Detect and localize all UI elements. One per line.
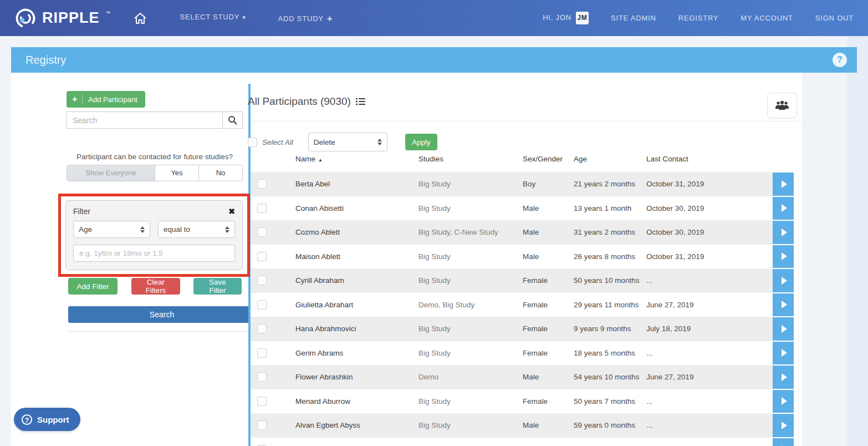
participant-age: 13 years 1 month: [574, 196, 631, 221]
participant-sex: Male: [523, 365, 539, 389]
participant-sex: Female: [523, 293, 548, 317]
chevron-right-icon: [782, 277, 787, 285]
participant-last-contact: ...: [646, 413, 652, 438]
toggle-no[interactable]: No: [198, 165, 242, 181]
table-row: Conan Abisetti Big Study Male 13 years 1…: [251, 196, 794, 221]
contact-question-label: Participant can be contacted for future …: [67, 153, 243, 161]
participant-name: Berta Abel: [295, 172, 330, 196]
add-study-menu[interactable]: ADD STUDY+: [278, 13, 333, 24]
participant-age: 59 years 0 months: [574, 413, 635, 438]
participant-studies: Big Study: [418, 438, 451, 446]
open-participant-button[interactable]: [773, 317, 794, 341]
chevron-right-icon: [782, 252, 787, 260]
open-participant-button[interactable]: [773, 414, 794, 437]
open-participant-button[interactable]: [773, 366, 794, 389]
chevron-right-icon: [782, 301, 787, 308]
participant-name: Cyrill Abraham: [295, 268, 344, 293]
participant-sex: Female: [523, 341, 548, 366]
open-participant-button[interactable]: [773, 221, 794, 244]
row-checkbox[interactable]: [257, 227, 267, 237]
filter-value-input[interactable]: [73, 245, 235, 262]
open-participant-button[interactable]: [773, 197, 794, 220]
toggle-yes[interactable]: Yes: [155, 165, 198, 181]
participant-sex: Female: [523, 268, 548, 293]
participant-sex: Male: [523, 220, 539, 245]
list-view-icon[interactable]: [356, 98, 365, 105]
table-row: Hana Abrahmovici Big Study Female 9 year…: [251, 317, 794, 341]
column-header-sex[interactable]: Sex/Gender: [523, 155, 563, 163]
list-title-row: All Participants (9030): [248, 95, 365, 108]
ripple-logo[interactable]: RIPPLE™: [14, 7, 110, 29]
row-checkbox[interactable]: [257, 300, 267, 310]
nav-my-account[interactable]: MY ACCOUNT: [741, 14, 793, 22]
participant-studies: Big Study: [418, 341, 451, 366]
row-checkbox[interactable]: [257, 420, 267, 430]
row-checkbox[interactable]: [257, 204, 267, 213]
support-button[interactable]: ? Support: [14, 408, 80, 431]
filter-field-select[interactable]: Age: [73, 221, 150, 238]
table-header: Name▲ Studies Sex/Gender Age Last Contac…: [251, 155, 794, 170]
open-participant-button[interactable]: [773, 245, 794, 268]
filter-operator-select[interactable]: equal to: [158, 221, 235, 238]
table-row: Gerim Abrams Big Study Female 18 years 5…: [251, 341, 794, 366]
participant-last-contact: June 27, 2019: [646, 365, 694, 389]
row-checkbox[interactable]: [257, 179, 267, 189]
add-filter-button[interactable]: Add Filter: [68, 278, 118, 295]
participant-age: 9 years 9 months: [574, 317, 631, 341]
caret-down-icon: ▾: [242, 14, 246, 21]
select-all-checkbox[interactable]: [248, 138, 257, 147]
participants-count-title: All Participants (9030): [248, 95, 351, 108]
select-study-menu[interactable]: SELECT STUDY▾: [180, 13, 246, 24]
row-checkbox[interactable]: [257, 276, 267, 285]
search-submit-button[interactable]: [222, 112, 243, 129]
participant-studies: Big Study: [418, 317, 451, 341]
row-checkbox[interactable]: [257, 252, 267, 261]
table-row: Maison Ablett Big Study Male 26 years 8 …: [251, 245, 794, 269]
add-participant-button[interactable]: + Add Participant: [67, 91, 145, 108]
save-filter-button[interactable]: Save Filter: [193, 278, 242, 295]
table-row: Cozmo Ablett Big Study, C-New Study Male…: [251, 220, 794, 245]
open-participant-button[interactable]: [773, 438, 794, 446]
clear-filters-button[interactable]: Clear Filters: [131, 278, 180, 295]
row-checkbox[interactable]: [257, 372, 267, 382]
participant-name: Alvan Egbert Abyss: [295, 413, 360, 438]
home-button[interactable]: [134, 12, 147, 24]
group-view-button[interactable]: [767, 93, 797, 118]
column-header-contact[interactable]: Last Contact: [646, 155, 688, 163]
title-underline: [252, 121, 802, 121]
bulk-actions-row: Select All Delete Apply: [248, 133, 437, 151]
open-participant-button[interactable]: [773, 390, 794, 413]
support-label: Support: [37, 415, 69, 424]
participant-name: Giulietta Abrahart: [295, 293, 353, 317]
participant-last-contact: June 27, 2019: [646, 293, 694, 317]
nav-registry[interactable]: REGISTRY: [678, 14, 719, 22]
participant-studies: Big Study: [418, 196, 451, 221]
row-checkbox[interactable]: [257, 348, 267, 358]
bulk-action-select[interactable]: Delete: [308, 133, 387, 151]
close-icon[interactable]: ✖: [228, 207, 235, 216]
search-icon: [228, 115, 237, 125]
apply-button[interactable]: Apply: [405, 134, 437, 150]
participant-studies: Big Study: [418, 172, 451, 196]
participant-last-contact: October 30, 2019: [646, 196, 704, 221]
chevron-right-icon: [782, 204, 787, 212]
nav-sign-out[interactable]: SIGN OUT: [815, 14, 854, 22]
help-icon[interactable]: ?: [833, 53, 847, 67]
participant-search: [67, 112, 243, 129]
column-header-studies[interactable]: Studies: [418, 155, 443, 163]
open-participant-button[interactable]: [773, 293, 794, 317]
participant-name: Sadie Ace: [295, 438, 329, 446]
search-input[interactable]: [67, 112, 222, 129]
sidebar-search-button[interactable]: Search: [68, 306, 256, 323]
open-participant-button[interactable]: [773, 173, 794, 196]
row-checkbox[interactable]: [257, 397, 267, 406]
column-header-name[interactable]: Name▲: [295, 155, 323, 163]
toggle-show-everyone[interactable]: Show Everyone: [67, 165, 155, 181]
participant-name: Flower Abrashkin: [295, 365, 353, 389]
column-header-age[interactable]: Age: [574, 155, 587, 163]
open-participant-button[interactable]: [773, 269, 794, 292]
nav-site-admin[interactable]: SITE ADMIN: [611, 14, 656, 22]
open-participant-button[interactable]: [773, 342, 794, 365]
row-checkbox[interactable]: [257, 324, 267, 333]
user-greeting[interactable]: HI, JONJM: [543, 12, 589, 24]
